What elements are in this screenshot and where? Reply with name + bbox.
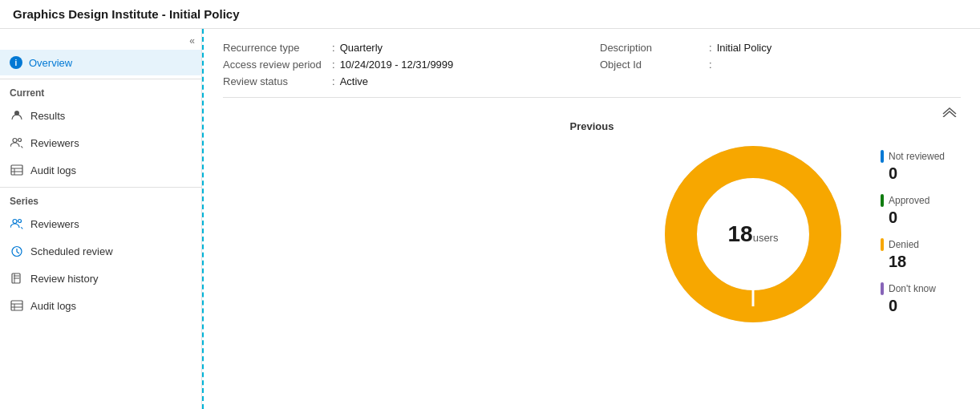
clock-icon bbox=[10, 244, 24, 258]
divider bbox=[223, 97, 961, 98]
svg-point-2 bbox=[18, 139, 22, 142]
people-icon-series bbox=[10, 217, 24, 231]
denied-label: Denied bbox=[889, 239, 919, 250]
collapse-icon: « bbox=[189, 35, 195, 47]
svg-rect-3 bbox=[11, 165, 22, 175]
sidebar-review-history-label: Review history bbox=[30, 273, 99, 285]
recurrence-type-label: Recurrence type bbox=[223, 42, 327, 54]
legend-item-approved: Approved 0 bbox=[881, 194, 945, 227]
sidebar-audit-logs-series-label: Audit logs bbox=[30, 300, 76, 312]
approved-count: 0 bbox=[881, 209, 945, 227]
svg-point-8 bbox=[18, 220, 22, 223]
section-collapse-button[interactable] bbox=[223, 106, 961, 117]
sidebar-audit-logs-current-label: Audit logs bbox=[30, 164, 76, 176]
denied-bar bbox=[881, 238, 884, 251]
sidebar-reviewers-current-label: Reviewers bbox=[30, 137, 79, 149]
info-icon: i bbox=[10, 56, 22, 69]
svg-rect-16 bbox=[11, 301, 22, 310]
description-value: Initial Policy bbox=[717, 42, 772, 54]
sidebar-scheduled-review-label: Scheduled review bbox=[30, 245, 113, 257]
sidebar-results-label: Results bbox=[30, 110, 65, 122]
legend-item-dont-know: Don't know 0 bbox=[881, 282, 945, 315]
not-reviewed-label: Not reviewed bbox=[889, 151, 945, 162]
review-status-row: Review status : Active bbox=[223, 75, 584, 87]
legend-item-denied: Denied 18 bbox=[881, 238, 945, 271]
sidebar: « i Overview Current Results Reviewers A… bbox=[0, 29, 202, 409]
donut-chart: 18users bbox=[661, 142, 845, 326]
donut-total: 18 bbox=[727, 221, 752, 246]
recurrence-type-row: Recurrence type : Quarterly bbox=[223, 42, 584, 54]
legend-item-not-reviewed: Not reviewed 0 bbox=[881, 150, 945, 183]
table-icon-current bbox=[10, 163, 24, 177]
description-row: Description : Initial Policy bbox=[600, 42, 961, 54]
object-id-label: Object Id bbox=[600, 59, 704, 71]
donut-center: 18users bbox=[727, 221, 778, 247]
donut-unit: users bbox=[753, 232, 779, 244]
chart-legend: Not reviewed 0 Approved 0 Denied bbox=[865, 142, 961, 315]
recurrence-type-value: Quarterly bbox=[340, 42, 383, 54]
svg-point-1 bbox=[13, 139, 17, 143]
chart-legend-row: 18users Not reviewed 0 Approved bbox=[223, 142, 961, 326]
dont-know-count: 0 bbox=[881, 297, 945, 315]
book-icon bbox=[10, 271, 24, 285]
object-id-row: Object Id : bbox=[600, 59, 961, 71]
people-icon-current bbox=[10, 136, 24, 150]
top-bar: Graphics Design Institute - Initial Poli… bbox=[0, 0, 980, 29]
not-reviewed-bar bbox=[881, 150, 884, 163]
sidebar-item-scheduled-review[interactable]: Scheduled review bbox=[0, 237, 201, 265]
sidebar-item-review-history[interactable]: Review history bbox=[0, 265, 201, 292]
denied-count: 18 bbox=[881, 253, 945, 271]
svg-line-11 bbox=[17, 252, 19, 253]
approved-bar bbox=[881, 194, 884, 207]
chart-section-title: Previous bbox=[223, 120, 961, 132]
sidebar-collapse-button[interactable]: « bbox=[0, 32, 201, 50]
sidebar-series-reviewers-label: Reviewers bbox=[30, 218, 79, 230]
dont-know-label: Don't know bbox=[889, 283, 936, 294]
review-status-label: Review status bbox=[223, 75, 327, 87]
dont-know-bar bbox=[881, 282, 884, 295]
sidebar-series-section: Series bbox=[0, 187, 201, 210]
not-reviewed-count: 0 bbox=[881, 164, 945, 183]
sidebar-item-audit-logs-series[interactable]: Audit logs bbox=[0, 292, 201, 319]
sidebar-item-overview[interactable]: i Overview bbox=[0, 50, 201, 75]
access-review-period-label: Access review period bbox=[223, 59, 327, 71]
page-title: Graphics Design Institute - Initial Poli… bbox=[13, 7, 240, 21]
sidebar-item-series-reviewers[interactable]: Reviewers bbox=[0, 210, 201, 237]
access-review-period-row: Access review period : 10/24/2019 - 12/3… bbox=[223, 59, 584, 71]
sidebar-item-results[interactable]: Results bbox=[0, 102, 201, 129]
content-area: Recurrence type : Quarterly Description … bbox=[202, 29, 980, 409]
access-review-period-value: 10/24/2019 - 12/31/9999 bbox=[340, 59, 454, 71]
sidebar-item-reviewers-current[interactable]: Reviewers bbox=[0, 129, 201, 156]
sidebar-item-audit-logs-current[interactable]: Audit logs bbox=[0, 156, 201, 184]
table-icon-series bbox=[10, 298, 24, 313]
description-label: Description bbox=[600, 42, 704, 54]
sidebar-overview-label: Overview bbox=[29, 57, 72, 69]
svg-point-7 bbox=[13, 220, 17, 224]
person-icon bbox=[10, 108, 24, 123]
info-grid: Recurrence type : Quarterly Description … bbox=[223, 42, 961, 87]
sidebar-current-section: Current bbox=[0, 79, 201, 102]
approved-label: Approved bbox=[889, 195, 929, 206]
review-status-value: Active bbox=[340, 75, 368, 87]
